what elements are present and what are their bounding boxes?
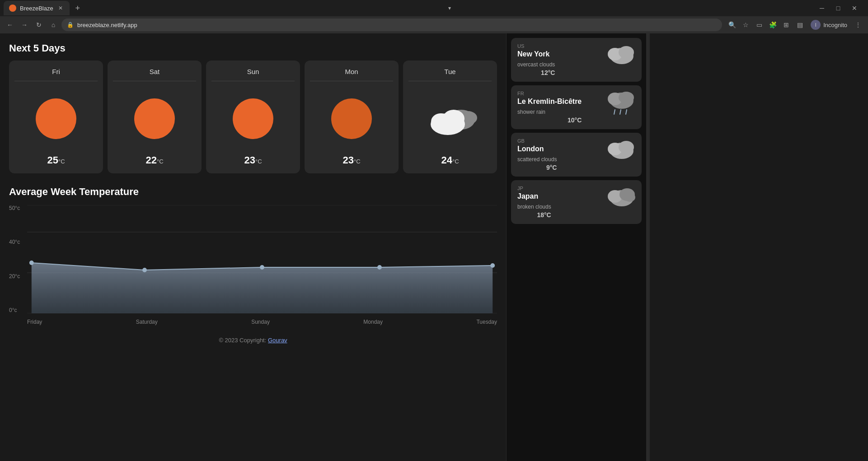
forecast-title: Next 5 Days bbox=[9, 42, 497, 54]
forecast-icon-tue bbox=[423, 90, 477, 147]
profile-label: Incognito bbox=[823, 22, 847, 28]
address-bar[interactable]: 🔒 breezeblaze.netlify.app bbox=[61, 19, 722, 31]
maximize-button[interactable]: □ bbox=[832, 2, 845, 14]
forecast-card-mon: Mon 23°C bbox=[305, 61, 399, 173]
active-tab[interactable]: BreezeBlaze ✕ bbox=[4, 1, 70, 15]
x-label-tuesday: Tuesday bbox=[476, 319, 497, 325]
y-label-0: 0°c bbox=[9, 307, 20, 313]
forecast-temp-tue: 24°C bbox=[441, 154, 459, 166]
sidebar-info-newyork: US New York overcast clouds 12°C bbox=[517, 43, 555, 76]
city-london: London bbox=[517, 145, 557, 153]
sidebar-right-japan bbox=[604, 186, 635, 219]
svg-point-0 bbox=[10, 6, 15, 10]
x-label-saturday: Saturday bbox=[136, 319, 158, 325]
temp-japan: 18°C bbox=[537, 211, 551, 219]
chart-x-axis: Friday Saturday Sunday Monday Tuesday bbox=[27, 315, 497, 325]
sidebar-card-japan[interactable]: JP Japan broken clouds 18°C bbox=[511, 180, 642, 224]
divider-sat bbox=[113, 81, 196, 81]
svg-line-23 bbox=[620, 110, 621, 114]
browser-toolbar: ← → ↻ ⌂ 🔒 breezeblaze.netlify.app 🔍 ☆ ▭ … bbox=[0, 16, 868, 33]
browser-chrome: BreezeBlaze ✕ + ▾ ─ □ ✕ ← → ↻ ⌂ 🔒 breeze… bbox=[0, 0, 868, 33]
home-button[interactable]: ⌂ bbox=[47, 19, 60, 31]
forecast-day-sun: Sun bbox=[247, 68, 259, 75]
reload-button[interactable]: ↻ bbox=[33, 19, 45, 31]
tab-dropdown-button[interactable]: ▾ bbox=[446, 3, 453, 13]
svg-point-15 bbox=[490, 263, 495, 268]
sidebar: US New York overcast clouds 12°C FR Le K… bbox=[506, 33, 646, 461]
temp-london: 9°C bbox=[546, 164, 557, 171]
forward-button[interactable]: → bbox=[18, 19, 31, 31]
condition-newyork: overcast clouds bbox=[517, 61, 555, 68]
browser-tabs-bar: BreezeBlaze ✕ + ▾ ─ □ ✕ bbox=[0, 0, 868, 16]
svg-point-14 bbox=[377, 265, 382, 270]
weather-main: Next 5 Days Fri 25°C Sat bbox=[0, 33, 506, 461]
more-button[interactable]: ⋮ bbox=[852, 19, 864, 31]
author-link[interactable]: Gourav bbox=[268, 337, 287, 344]
temp-newyork: 12°C bbox=[541, 69, 555, 76]
forecast-day-tue: Tue bbox=[444, 68, 455, 75]
avatar: I bbox=[811, 20, 821, 30]
condition-london: scattered clouds bbox=[517, 156, 557, 163]
cast-icon[interactable]: ▭ bbox=[753, 19, 765, 31]
sidebar-card-kremlin[interactable]: FR Le Kremlin-Bicêtre shower rain 10°C bbox=[511, 85, 642, 129]
sidebar-right-kremlin bbox=[604, 91, 635, 124]
country-code-newyork: US bbox=[517, 43, 555, 49]
search-icon[interactable]: 🔍 bbox=[726, 19, 738, 31]
svg-line-24 bbox=[626, 110, 627, 114]
cloud-rain-svg-tue bbox=[423, 101, 477, 137]
temperature-chart bbox=[27, 205, 497, 313]
forecast-icon-sun bbox=[233, 90, 273, 147]
bookmark-icon[interactable]: ☆ bbox=[739, 19, 752, 31]
forecast-icon-mon bbox=[331, 90, 372, 147]
minimize-button[interactable]: ─ bbox=[816, 2, 828, 14]
forecast-card-sat: Sat 22°C bbox=[108, 61, 202, 173]
country-code-kremlin: FR bbox=[517, 91, 582, 96]
lock-icon: 🔒 bbox=[67, 22, 74, 28]
city-japan: Japan bbox=[517, 192, 551, 200]
cloud-rain-icon-kremlin bbox=[604, 91, 635, 116]
tab-favicon bbox=[9, 5, 16, 12]
sidebar-icon[interactable]: ▤ bbox=[793, 19, 806, 31]
new-tab-button[interactable]: + bbox=[71, 2, 84, 14]
divider-sun bbox=[211, 81, 295, 81]
sidebar-right-newyork bbox=[604, 43, 635, 76]
forecast-grid: Fri 25°C Sat 22°C bbox=[9, 61, 497, 173]
cloud-icon-london bbox=[604, 138, 635, 161]
forecast-card-sun: Sun 23°C bbox=[206, 61, 300, 173]
x-label-monday: Monday bbox=[363, 319, 383, 325]
back-button[interactable]: ← bbox=[4, 19, 16, 31]
svg-point-21 bbox=[619, 92, 634, 103]
svg-point-13 bbox=[260, 265, 264, 270]
forecast-temp-sun: 23°C bbox=[244, 154, 262, 166]
profile-button[interactable]: I Incognito bbox=[807, 19, 851, 31]
menu-icon[interactable]: ⊞ bbox=[780, 19, 793, 31]
copyright-text: © 2023 Copyright: bbox=[219, 337, 266, 344]
extensions-icon[interactable]: 🧩 bbox=[766, 19, 779, 31]
forecast-icon-sat bbox=[134, 90, 175, 147]
forecast-day-mon: Mon bbox=[345, 68, 358, 75]
close-button[interactable]: ✕ bbox=[848, 2, 861, 14]
forecast-day-sat: Sat bbox=[150, 68, 160, 75]
divider-tue bbox=[408, 81, 492, 81]
forecast-card-fri: Fri 25°C bbox=[9, 61, 103, 173]
tab-close-button[interactable]: ✕ bbox=[57, 5, 64, 12]
divider-fri bbox=[14, 81, 98, 81]
avg-temp-title: Average Week Temperature bbox=[9, 186, 497, 198]
sidebar-card-newyork[interactable]: US New York overcast clouds 12°C bbox=[511, 38, 642, 82]
divider-mon bbox=[310, 81, 393, 81]
tab-title: BreezeBlaze bbox=[20, 5, 53, 12]
cloud-icon-japan bbox=[604, 186, 635, 208]
svg-point-27 bbox=[619, 141, 634, 154]
y-label-40: 40°c bbox=[9, 239, 20, 245]
svg-marker-10 bbox=[32, 263, 493, 313]
footer: © 2023 Copyright: Gourav bbox=[9, 330, 497, 351]
svg-point-5 bbox=[443, 110, 464, 128]
sidebar-right-london bbox=[604, 138, 635, 171]
sidebar-info-london: GB London scattered clouds 9°C bbox=[517, 138, 557, 171]
sidebar-card-london[interactable]: GB London scattered clouds 9°C bbox=[511, 133, 642, 177]
sun-icon-fri bbox=[36, 98, 76, 139]
svg-point-11 bbox=[29, 261, 34, 265]
sun-icon-sun bbox=[233, 98, 273, 139]
right-scrollbar[interactable] bbox=[646, 33, 650, 461]
svg-point-12 bbox=[142, 268, 147, 272]
